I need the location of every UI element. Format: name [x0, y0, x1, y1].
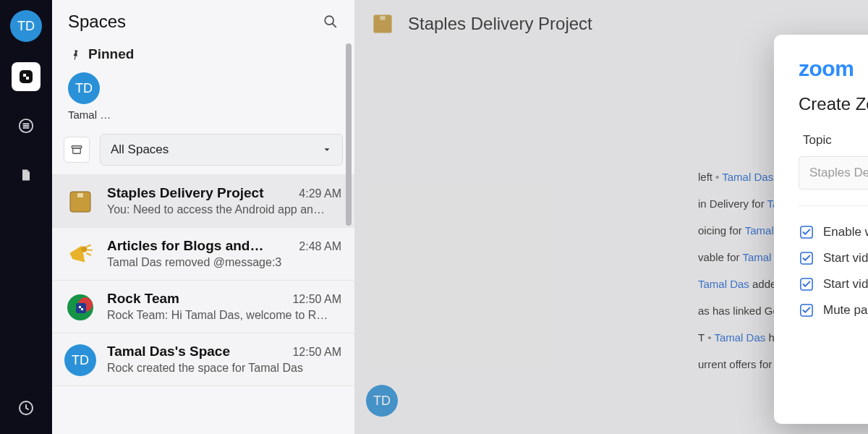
history-icon: [17, 399, 35, 417]
chevron-down-icon: [322, 145, 332, 155]
app-root: TD Spaces Pinned TD Tamal …: [0, 0, 868, 434]
space-preview: Rock created the space for Tamal Das: [107, 362, 341, 375]
pinned-avatar: TD: [68, 72, 100, 104]
space-name: Staples Delivery Project: [107, 185, 264, 201]
space-item-articles[interactable]: Articles for Blogs and …2:48 AM Tamal Da…: [52, 228, 354, 281]
list-icon: [18, 118, 34, 134]
svg-rect-5: [73, 148, 81, 154]
zoom-meeting-modal: zoom Create Zoom Meeting Topic Enable wa…: [774, 35, 868, 424]
space-preview: Tamal Das removed @message:3: [107, 256, 341, 269]
space-preview: Rock Team: Hi Tamal Das, welcome to R…: [107, 309, 341, 322]
sidebar-header: Spaces: [52, 0, 354, 39]
space-time: 12:50 AM: [292, 293, 341, 306]
space-preview: You: Need to access the Android app an…: [107, 203, 341, 216]
space-name: Articles for Blogs and …: [107, 238, 266, 254]
pinned-avatar-row[interactable]: TD: [52, 65, 354, 106]
checkbox-checked-icon: [800, 304, 813, 317]
pinned-user-name: Tamal …: [52, 106, 354, 128]
checkbox-checked-icon: [800, 278, 813, 291]
nav-rail: TD: [0, 0, 52, 434]
option-label: Start video when host joins the meeting: [823, 251, 868, 265]
space-name: Tamal Das's Space: [107, 344, 230, 359]
space-name: Rock Team: [107, 291, 179, 307]
space-list: Staples Delivery Project4:29 AM You: Nee…: [52, 174, 354, 434]
filter-label: All Spaces: [111, 142, 169, 157]
zoom-logo: zoom: [799, 56, 868, 81]
divider: [799, 205, 868, 206]
option-waiting-room[interactable]: Enable waiting room: [799, 219, 868, 245]
main-panel: Staples Delivery Project Bring your proj…: [354, 0, 868, 434]
svg-point-9: [81, 246, 87, 252]
pinned-header: Pinned: [52, 39, 354, 65]
search-icon[interactable]: [323, 14, 339, 30]
nav-docs[interactable]: [12, 161, 41, 190]
spaces-sidebar: Spaces Pinned TD Tamal … All Spaces: [52, 0, 354, 434]
space-item-rock[interactable]: Rock Team12:50 AM Rock Team: Hi Tamal Da…: [52, 281, 354, 333]
spaces-icon: [17, 68, 35, 85]
archive-icon: [70, 143, 83, 156]
user-avatar[interactable]: TD: [10, 10, 42, 42]
space-filter-select[interactable]: All Spaces: [100, 134, 343, 166]
option-label: Start video when participants join the m…: [823, 277, 868, 292]
rock-icon: [64, 291, 97, 324]
archive-filter[interactable]: [64, 137, 90, 163]
document-icon: [19, 167, 33, 183]
option-label: Mute participants upon entry: [823, 303, 868, 318]
nav-history[interactable]: [12, 393, 41, 422]
space-time: 4:29 AM: [299, 187, 341, 200]
option-label: Enable waiting room: [823, 225, 868, 239]
folder-icon: [64, 185, 97, 218]
space-time: 12:50 AM: [292, 346, 341, 359]
pin-icon: [68, 48, 81, 61]
option-participant-video[interactable]: Start video when participants join the m…: [799, 271, 868, 297]
svg-rect-8: [77, 193, 83, 197]
option-mute-entry[interactable]: Mute participants upon entry: [799, 297, 868, 323]
nav-spaces[interactable]: [12, 62, 41, 91]
space-time: 2:48 AM: [299, 240, 341, 253]
sidebar-title: Spaces: [68, 12, 126, 32]
modal-footer: Cancel Create: [799, 369, 868, 408]
checkbox-checked-icon: [800, 252, 813, 265]
space-item-tamal[interactable]: TD Tamal Das's Space12:50 AM Rock create…: [52, 333, 354, 386]
pinned-label: Pinned: [88, 46, 134, 62]
modal-title: Create Zoom Meeting: [799, 94, 868, 114]
initials-avatar: TD: [64, 344, 97, 377]
scrollbar[interactable]: [346, 43, 353, 260]
filter-bar: All Spaces: [52, 128, 354, 174]
topic-input[interactable]: [799, 156, 868, 190]
space-item-staples[interactable]: Staples Delivery Project4:29 AM You: Nee…: [52, 175, 354, 228]
svg-rect-0: [20, 70, 33, 83]
svg-rect-12: [76, 303, 86, 313]
topic-label: Topic: [803, 133, 868, 148]
option-host-video[interactable]: Start video when host joins the meeting: [799, 245, 868, 271]
megaphone-icon: [64, 238, 97, 271]
nav-list[interactable]: [12, 111, 41, 140]
checkbox-checked-icon: [800, 226, 813, 239]
